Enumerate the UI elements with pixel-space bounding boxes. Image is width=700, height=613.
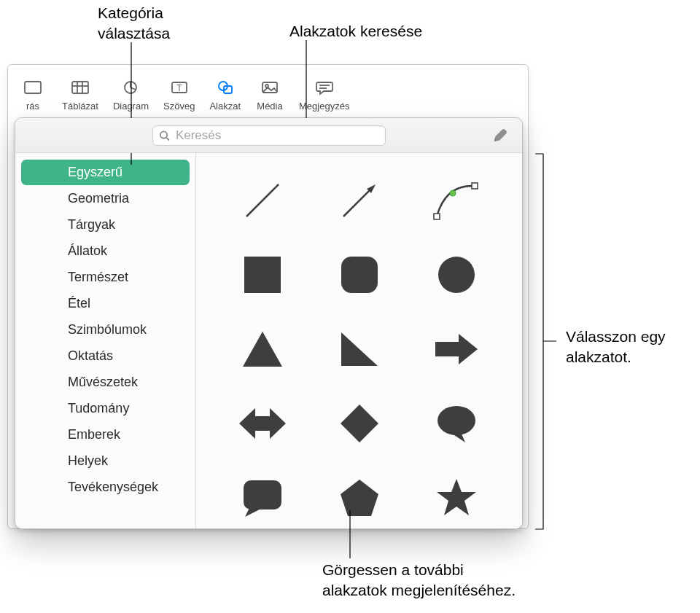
shape-square[interactable] [214, 238, 311, 312]
svg-marker-34 [341, 480, 378, 516]
category-item[interactable]: Helyek [21, 448, 190, 474]
shape-triangle[interactable] [214, 312, 311, 386]
toolbar-item-media[interactable]: Média [248, 73, 292, 117]
popover-header [15, 118, 522, 153]
leader-search [305, 40, 308, 129]
shapes-icon [211, 77, 240, 98]
insert-partial-icon [18, 77, 47, 98]
category-item[interactable]: Szimbólumok [21, 317, 190, 343]
category-item[interactable]: Étel [21, 291, 190, 316]
category-item[interactable]: Oktatás [21, 343, 190, 369]
category-sidebar: EgyszerűGeometriaTárgyakÁllatokTermészet… [15, 153, 196, 528]
toolbar-label: Média [257, 101, 282, 112]
toolbar-item-comment[interactable]: Megjegyzés [292, 73, 357, 117]
svg-point-30 [438, 406, 475, 435]
svg-marker-35 [437, 479, 476, 515]
search-field[interactable] [152, 125, 386, 146]
svg-rect-23 [341, 257, 378, 293]
search-input[interactable] [174, 128, 379, 144]
toolbar: rásTáblázatDiagramTSzövegAlakzatMédiaMeg… [8, 65, 528, 117]
shape-speech-bubble[interactable] [408, 386, 505, 461]
callout-category: Kategória választása [98, 3, 170, 44]
category-item[interactable]: Tevékenységek [21, 475, 190, 500]
shape-grid-container[interactable] [196, 153, 522, 528]
shape-arrow-both-block[interactable] [214, 386, 311, 461]
svg-point-14 [160, 131, 167, 138]
callout-scroll: Görgessen a további alakzatok megjelenít… [322, 560, 516, 601]
shape-arrow-right-block[interactable] [408, 312, 505, 386]
svg-marker-33 [245, 508, 260, 517]
svg-text:T: T [176, 83, 182, 93]
search-icon [159, 130, 170, 141]
media-icon [255, 77, 284, 98]
svg-rect-22 [244, 257, 281, 293]
toolbar-item-insert-partial[interactable]: rás [11, 73, 55, 117]
svg-rect-21 [472, 183, 478, 189]
svg-marker-26 [341, 332, 378, 366]
category-item[interactable]: Emberek [21, 422, 190, 448]
table-icon [66, 77, 95, 98]
svg-point-24 [438, 257, 475, 293]
category-item[interactable]: Állatok [21, 238, 190, 264]
category-item[interactable]: Tárgyak [21, 212, 190, 238]
shape-rounded-square[interactable] [311, 238, 408, 312]
category-item[interactable]: Természet [21, 265, 190, 290]
category-item[interactable]: Geometria [21, 186, 190, 211]
shape-diamond[interactable] [311, 386, 408, 461]
svg-marker-28 [239, 408, 286, 439]
callout-search: Alakzatok keresése [289, 21, 422, 42]
svg-line-17 [343, 187, 373, 216]
toolbar-label: Táblázat [62, 101, 98, 112]
svg-point-19 [450, 190, 456, 196]
toolbar-label: rás [26, 101, 39, 112]
bracket-select [534, 153, 564, 531]
svg-rect-0 [25, 82, 41, 93]
draw-shape-button[interactable] [490, 125, 510, 146]
leader-scroll [349, 510, 351, 558]
svg-marker-27 [435, 334, 478, 364]
toolbar-label: Alakzat [209, 101, 241, 112]
svg-rect-1 [72, 82, 88, 93]
toolbar-label: Szöveg [163, 101, 195, 112]
shape-curve-editable[interactable] [408, 163, 505, 238]
text-icon: T [165, 77, 194, 98]
svg-marker-25 [243, 332, 282, 367]
shape-pentagon[interactable] [311, 461, 408, 528]
category-item[interactable]: Tudomány [21, 396, 190, 421]
popover-body: EgyszerűGeometriaTárgyakÁllatokTermészet… [15, 153, 522, 528]
category-item[interactable]: Egyszerű [21, 160, 190, 185]
shape-line[interactable] [214, 163, 311, 238]
svg-rect-32 [244, 480, 281, 509]
callout-select: Válasszon egy alakzatot. [566, 327, 666, 368]
comment-icon [310, 77, 339, 98]
shapes-popover: EgyszerűGeometriaTárgyakÁllatokTermészet… [15, 117, 523, 529]
shape-right-triangle[interactable] [311, 312, 408, 386]
toolbar-item-shapes[interactable]: Alakzat [202, 73, 248, 117]
shape-circle[interactable] [408, 238, 505, 312]
pen-icon [492, 128, 508, 144]
svg-line-15 [166, 137, 169, 140]
toolbar-item-text[interactable]: TSzöveg [156, 73, 202, 117]
svg-rect-20 [434, 214, 440, 219]
svg-line-16 [246, 184, 279, 216]
shape-star[interactable] [408, 461, 505, 528]
toolbar-item-table[interactable]: Táblázat [55, 73, 106, 117]
svg-marker-29 [341, 405, 378, 442]
shape-talk-rect[interactable] [214, 461, 311, 528]
shape-arrow-line[interactable] [311, 163, 408, 238]
shape-grid [196, 153, 522, 528]
category-item[interactable]: Művészetek [21, 370, 190, 395]
